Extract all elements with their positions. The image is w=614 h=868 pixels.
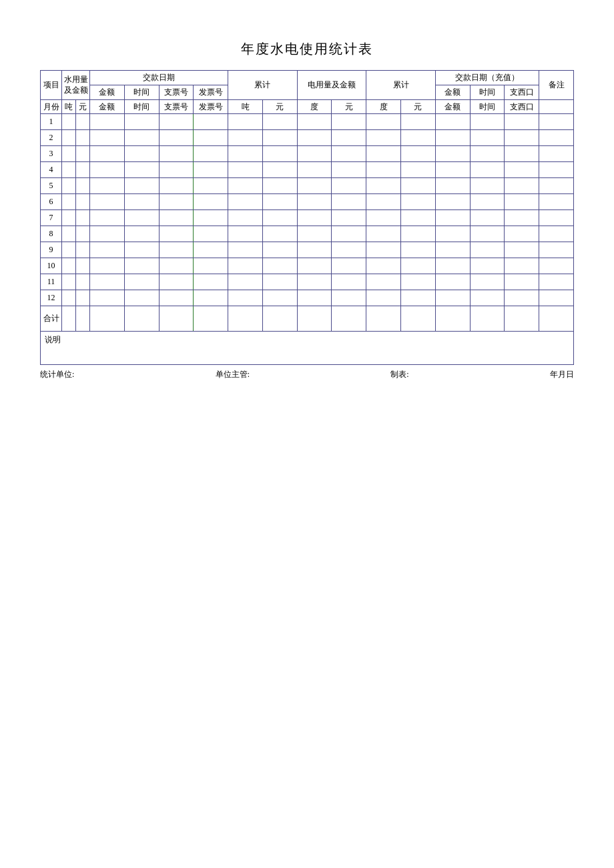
table-row: 11 <box>41 274 574 290</box>
header-leiji: 累计 <box>228 71 298 100</box>
header-xm: 项目 <box>41 71 62 100</box>
table-row: 2 <box>41 130 574 146</box>
table-row: 3 <box>41 146 574 162</box>
footer-tongji: 统计单位: <box>40 369 74 380</box>
subheader-czjine: 金额 <box>435 99 470 114</box>
header-dianyong: 电用量及金额 <box>297 71 366 100</box>
table-row: 7 <box>41 210 574 226</box>
header-zhipiaohao: 支票号 <box>159 85 194 99</box>
header-row-1: 项目 水用量及金额 交款日期 累计 电用量及金额 累计 交款日期（充值） 备注 <box>41 71 574 85</box>
header-cz-zhipiao: 支西口 <box>505 85 539 99</box>
header-fapiaohao: 发票号 <box>194 85 228 99</box>
subheader-yuan: 元 <box>76 99 90 114</box>
month-2: 2 <box>41 130 62 146</box>
table-row: 9 <box>41 242 574 258</box>
month-10: 10 <box>41 258 62 274</box>
subheader-zhipiao: 支票号 <box>159 99 194 114</box>
footer-nianyueiri: 年月日 <box>550 369 574 380</box>
subheader-row: 月份 吨 元 金额 时间 支票号 发票号 吨 元 度 元 度 元 金额 时间 支… <box>41 99 574 114</box>
header-shuiyong: 水用量及金额 <box>62 71 90 100</box>
header-shijian: 时间 <box>124 85 159 99</box>
header-cz-shijian: 时间 <box>470 85 505 99</box>
subheader-dleiji-du: 度 <box>366 99 401 114</box>
table-row: 10 <box>41 258 574 274</box>
subheader-shijian: 时间 <box>124 99 159 114</box>
subheader-du: 度 <box>297 99 332 114</box>
month-7: 7 <box>41 210 62 226</box>
subheader-ton: 吨 <box>62 99 76 114</box>
header-jiaokuan: 交款日期 <box>90 71 228 85</box>
subheader-dy-yuan: 元 <box>332 99 366 114</box>
subheader-beizhu <box>539 99 574 114</box>
header-jine: 金额 <box>90 85 125 99</box>
subheader-jine: 金额 <box>90 99 125 114</box>
subheader-czshijian: 时间 <box>470 99 505 114</box>
month-4: 4 <box>41 162 62 178</box>
subheader-dleiji-yuan: 元 <box>401 99 436 114</box>
shuiming-cell: 说明 <box>41 332 574 365</box>
footer-zhanbiao: 制表: <box>390 369 408 380</box>
footer-danwei: 单位主管: <box>216 369 250 380</box>
month-1: 1 <box>41 114 62 130</box>
table-row: 6 <box>41 194 574 210</box>
subheader-leiji-yuan: 元 <box>262 99 297 114</box>
month-3: 3 <box>41 146 62 162</box>
month-12: 12 <box>41 290 62 306</box>
table-wrap: 项目 水用量及金额 交款日期 累计 电用量及金额 累计 交款日期（充值） 备注 … <box>40 70 574 365</box>
header-cz-jine: 金额 <box>435 85 470 99</box>
table-row-total: 合计 <box>41 306 574 332</box>
footer: 统计单位: 单位主管: 制表: 年月日 <box>40 369 574 380</box>
subheader-yuefen: 月份 <box>41 99 62 114</box>
header-dleiji: 累计 <box>366 71 436 100</box>
month-6: 6 <box>41 194 62 210</box>
page-title: 年度水电使用统计表 <box>40 40 574 58</box>
month-5: 5 <box>41 178 62 194</box>
header-chongzhi: 交款日期（充值） <box>435 71 539 85</box>
subheader-fapiao: 发票号 <box>194 99 228 114</box>
total-label: 合计 <box>41 306 62 332</box>
table-row: 1 <box>41 114 574 130</box>
table-row: 5 <box>41 178 574 194</box>
month-8: 8 <box>41 226 62 242</box>
header-beizhu: 备注 <box>539 71 574 100</box>
subheader-czzhipiao: 支西口 <box>505 99 539 114</box>
table-row: 12 <box>41 290 574 306</box>
month-11: 11 <box>41 274 62 290</box>
subheader-leiji-ton: 吨 <box>228 99 263 114</box>
table-row: 4 <box>41 162 574 178</box>
shuiming-row: 说明 <box>41 332 574 365</box>
table-row: 8 <box>41 226 574 242</box>
main-table: 项目 水用量及金额 交款日期 累计 电用量及金额 累计 交款日期（充值） 备注 … <box>40 70 574 365</box>
month-9: 9 <box>41 242 62 258</box>
